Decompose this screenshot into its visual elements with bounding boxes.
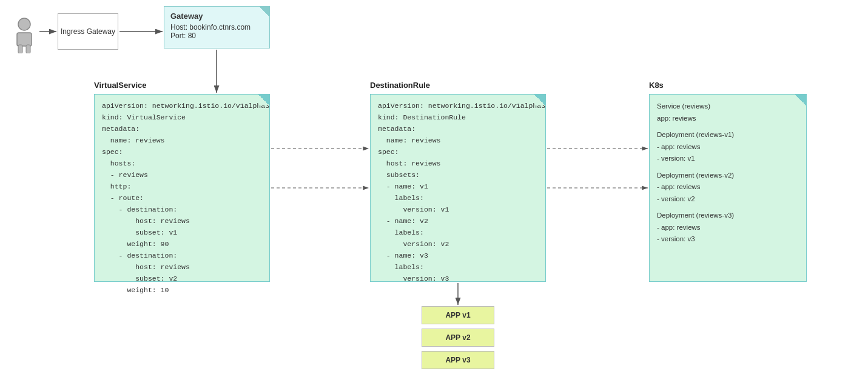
k8s-line-2: Deployment (reviews-v1)	[657, 129, 799, 141]
gateway-title: Gateway	[170, 12, 263, 21]
virtual-service-label: VirtualService	[94, 81, 146, 90]
svg-point-10	[18, 18, 30, 30]
svg-rect-12	[18, 45, 22, 53]
k8s-line-3: - app: reviews	[657, 141, 799, 153]
diagram-container: Ingress Gateway Gateway Host: bookinfo.c…	[0, 0, 868, 374]
destination-rule-box: apiVersion: networking.istio.io/v1alpha3…	[370, 94, 546, 282]
k8s-line-6: - app: reviews	[657, 181, 799, 193]
svg-rect-13	[26, 45, 30, 53]
app-v1-label: APP v1	[445, 311, 470, 319]
k8s-line-5: Deployment (reviews-v2)	[657, 170, 799, 182]
gateway-line2: Port: 80	[170, 32, 263, 40]
svg-rect-11	[17, 33, 32, 46]
gateway-box: Gateway Host: bookinfo.ctnrs.com Port: 8…	[164, 6, 270, 48]
virtual-service-box: apiVersion: networking.istio.io/v1alpha3…	[94, 94, 270, 282]
ingress-gateway-label: Ingress Gateway	[61, 27, 115, 36]
app-v3-box: APP v3	[422, 351, 494, 369]
k8s-line-4: - version: v1	[657, 153, 799, 165]
k8s-line-10: - version: v3	[657, 233, 799, 245]
k8s-box: Service (reviews) app: reviews Deploymen…	[649, 94, 807, 282]
ingress-gateway-box: Ingress Gateway	[58, 13, 118, 50]
k8s-spacer-2	[657, 165, 799, 170]
gateway-line1: Host: bookinfo.ctnrs.com	[170, 23, 263, 32]
destination-rule-label: DestinationRule	[370, 81, 430, 90]
k8s-line-9: - app: reviews	[657, 222, 799, 234]
person-icon	[12, 17, 36, 53]
k8s-line-1: app: reviews	[657, 113, 799, 125]
app-v2-label: APP v2	[445, 333, 470, 342]
app-v3-label: APP v3	[445, 356, 470, 364]
k8s-label: K8s	[649, 81, 664, 90]
app-v1-box: APP v1	[422, 306, 494, 324]
virtual-service-content: apiVersion: networking.istio.io/v1alpha3…	[102, 101, 262, 296]
k8s-line-8: Deployment (reviews-v3)	[657, 210, 799, 222]
k8s-spacer-3	[657, 205, 799, 210]
k8s-line-0: Service (reviews)	[657, 101, 799, 113]
destination-rule-content: apiVersion: networking.istio.io/v1alpha3…	[378, 101, 538, 285]
k8s-spacer-1	[657, 124, 799, 129]
app-v2-box: APP v2	[422, 329, 494, 347]
k8s-content: Service (reviews) app: reviews Deploymen…	[657, 101, 799, 245]
k8s-line-7: - version: v2	[657, 193, 799, 205]
